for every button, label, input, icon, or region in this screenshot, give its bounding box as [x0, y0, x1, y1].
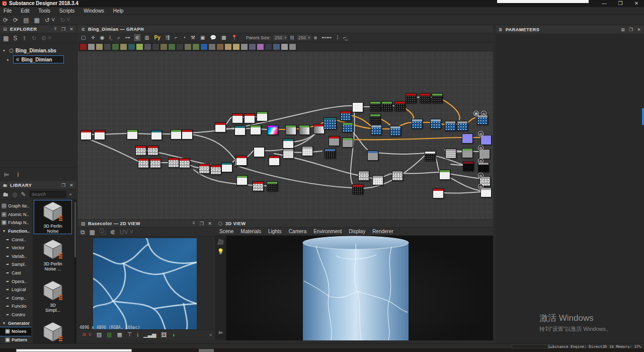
channel-shuffle-node[interactable] — [104, 43, 111, 50]
menu-help[interactable]: Help — [113, 8, 124, 14]
graph-node[interactable] — [179, 158, 190, 168]
pin-view-icon[interactable]: 📍 — [230, 35, 237, 40]
comment-icon[interactable]: 💬 — [210, 35, 217, 40]
view3d-canvas[interactable] — [215, 236, 493, 340]
graph-node[interactable] — [267, 181, 278, 191]
graph-node[interactable] — [236, 175, 248, 185]
transform-node[interactable] — [88, 43, 95, 50]
menu-edit[interactable]: Edit — [21, 8, 29, 14]
new-from-template-icon[interactable]: ⟳ — [13, 17, 18, 24]
pin-tool-icon[interactable]: ⌐ — [174, 35, 178, 40]
library-category-const[interactable]: ➦Const.. — [0, 235, 31, 244]
exposure-icon[interactable]: ▣ — [200, 35, 205, 40]
graph-node[interactable] — [151, 130, 162, 140]
graph-node[interactable] — [269, 156, 280, 166]
library-category-fxmapn[interactable]: ▦FxMap N.. — [0, 219, 31, 227]
expand-icon[interactable]: ▸ — [7, 57, 11, 62]
menu-scripts[interactable]: Scripts — [59, 8, 75, 14]
toolbar-more-icon[interactable]: » — [209, 332, 212, 337]
size-link-icon[interactable]: ⛓ — [290, 35, 294, 40]
graph-canvas[interactable]: ▦◍◍◍◍◍◍ — [78, 51, 493, 219]
save-image-icon[interactable]: ▦ — [90, 229, 95, 236]
browser-icon[interactable]: ▥ — [144, 35, 149, 40]
graph-node[interactable] — [94, 130, 105, 140]
library-item-3dperlinnoise[interactable]: 3D PerlinNoise — [34, 200, 72, 234]
python-icon[interactable]: Py — [154, 35, 161, 40]
snap-grid-icon[interactable]: ⌐̲ — [343, 35, 347, 40]
graph-node[interactable] — [234, 125, 246, 135]
graph-node[interactable] — [254, 147, 265, 157]
value-01-node[interactable] — [208, 43, 216, 50]
save-package-icon[interactable]: ▦ — [3, 35, 9, 42]
curve-node[interactable] — [112, 43, 119, 50]
library-item-3dperlinnoise[interactable]: 3D PerlinNoise ... — [34, 238, 72, 271]
library-category-cast[interactable]: ➦Cast — [0, 269, 31, 277]
info-tab-icon[interactable]: i — [17, 171, 19, 178]
library-category-logical[interactable]: ➦Logical — [0, 286, 31, 294]
export-image-icon[interactable]: ⧉ — [80, 229, 85, 236]
settings-icon[interactable]: ⚙ ˅ — [41, 35, 51, 42]
library-category-sampl[interactable]: ➦Sampl.. — [0, 260, 31, 269]
picture-icon[interactable]: 🖼 — [161, 332, 167, 338]
library-category-functio[interactable]: ➦Functio — [0, 302, 31, 311]
library-category-comp[interactable]: ➦Comp.. — [0, 294, 31, 303]
align-vertical-icon[interactable]: ⁞ — [337, 35, 339, 40]
alpha-checker-icon[interactable]: ▨ — [97, 331, 102, 338]
reload-package-icon[interactable]: S — [13, 35, 17, 42]
search-input[interactable] — [30, 191, 66, 197]
gradient-map-node[interactable] — [200, 43, 208, 50]
float-icon[interactable]: ❐ — [60, 27, 66, 32]
save-icon[interactable]: ▦ — [34, 17, 39, 24]
graph-row[interactable]: ▸ ⋐ Bing_Dimian — [0, 55, 76, 63]
menu3d-camera[interactable]: Camera — [289, 229, 307, 234]
graph-node[interactable] — [352, 102, 363, 112]
text-node[interactable] — [232, 43, 240, 50]
graph-node[interactable] — [329, 136, 340, 146]
graph-node[interactable] — [325, 149, 336, 159]
new-substance-icon[interactable]: ⟳ — [3, 17, 8, 24]
link-creation-icon[interactable]: ⇶ — [165, 35, 170, 40]
graph-node[interactable] — [171, 129, 182, 139]
parent-width-select[interactable]: 256 — [273, 34, 288, 41]
graph-node[interactable] — [253, 181, 264, 191]
splatter-node[interactable] — [273, 43, 280, 50]
copy-image-icon[interactable]: ⿻ — [100, 229, 106, 236]
graph-node[interactable] — [168, 158, 179, 168]
grid-node[interactable] — [152, 43, 159, 50]
columns-icon[interactable]: ⊞ — [620, 27, 626, 32]
scene-tree-icon[interactable]: ⊨ — [215, 330, 226, 335]
graph-selected-box[interactable]: ⋐ Bing_Dimian — [13, 55, 64, 63]
graph-node[interactable] — [352, 184, 363, 194]
graph-node[interactable] — [425, 151, 436, 161]
graph-node[interactable] — [433, 188, 444, 198]
zoom-icon[interactable]: ⌕ — [117, 35, 121, 41]
graph-node[interactable] — [138, 158, 149, 168]
graph-node[interactable] — [313, 124, 325, 134]
uv-mode-select[interactable]: UV ˅ — [120, 229, 133, 236]
graph-node[interactable] — [236, 156, 247, 166]
graph-node[interactable] — [199, 164, 210, 174]
lamp-node[interactable] — [168, 43, 176, 50]
add-filter-icon[interactable]: ◍ — [12, 191, 17, 198]
graph-node[interactable] — [135, 146, 146, 156]
fit-view-icon[interactable]: ▢ — [80, 35, 86, 40]
graph-node[interactable] — [463, 161, 474, 171]
graph-node[interactable] — [210, 165, 221, 175]
graph-node[interactable] — [324, 117, 337, 129]
minimize-button[interactable]: — — [597, 0, 612, 7]
dirt-node[interactable] — [160, 43, 168, 50]
scrollbar-accent[interactable] — [642, 108, 644, 125]
collapse-icon[interactable]: ▾ — [3, 48, 7, 53]
gradient-dynamic-node[interactable] — [257, 43, 264, 50]
screenshot-icon[interactable]: ◉ — [100, 35, 105, 40]
graph-node[interactable] — [462, 148, 473, 158]
parent-height-select[interactable]: 256 — [296, 34, 311, 41]
graph-node[interactable] — [406, 93, 417, 103]
dot-node[interactable] — [176, 43, 184, 50]
bridge-node[interactable] — [216, 43, 224, 50]
info-icon[interactable]: i — [137, 332, 138, 338]
camera-icon[interactable]: 🎥 — [217, 239, 224, 245]
close-icon[interactable]: ✕ — [68, 183, 74, 188]
library-category-graphite[interactable]: 🗩Graph Ite.. — [0, 202, 31, 210]
graph-node[interactable] — [371, 125, 382, 135]
